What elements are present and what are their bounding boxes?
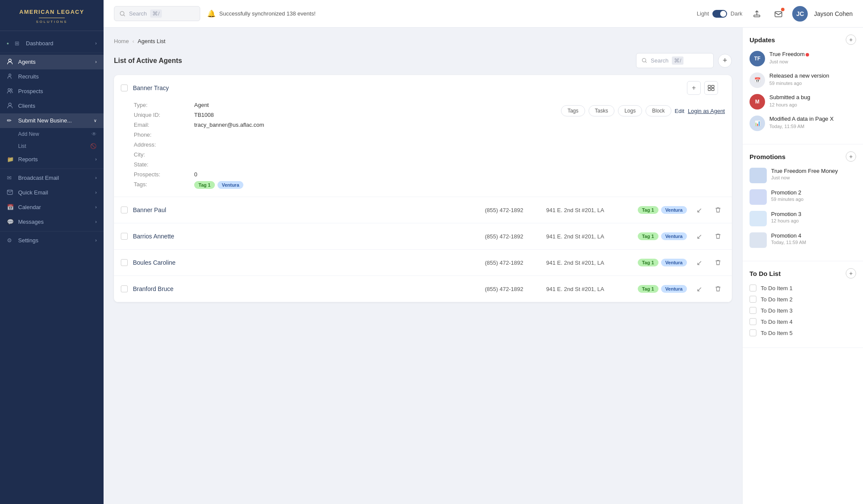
agent-row-collapsed[interactable]: Branford Bruce (855) 472-1892 941 E. 2nd… xyxy=(114,276,732,302)
sidebar-item-prospects[interactable]: Prospects xyxy=(0,84,104,99)
mail-button[interactable] xyxy=(771,6,786,22)
reply-icon[interactable]: ↙ xyxy=(692,229,706,243)
breadcrumb: Home ‹ Agents List xyxy=(114,38,732,44)
sync-message: Successfully synchronized 138 events! xyxy=(219,10,315,17)
todo-label: To Do Item 3 xyxy=(761,307,793,314)
todo-checkbox[interactable] xyxy=(750,296,756,303)
update-time: Just now xyxy=(769,59,856,64)
todo-checkbox[interactable] xyxy=(750,329,756,336)
add-agent-button[interactable]: + xyxy=(718,54,732,68)
updates-add-button[interactable]: + xyxy=(846,34,856,45)
sidebar-label-submit: Submit New Busine... xyxy=(18,117,72,124)
breadcrumb-home[interactable]: Home xyxy=(114,38,129,44)
svg-point-3 xyxy=(10,89,12,91)
settings-icon: ⚙ xyxy=(7,237,14,244)
todo-checkbox[interactable] xyxy=(750,307,756,314)
tasks-button[interactable]: Tasks xyxy=(589,105,615,116)
tag-pill-tag2: Ventura xyxy=(661,206,687,214)
block-button[interactable]: Block xyxy=(646,105,671,116)
update-avatar: 📅 xyxy=(750,72,765,88)
sidebar-subitem-list[interactable]: List 🚫 xyxy=(18,140,104,152)
sidebar-item-clients[interactable]: Clients xyxy=(0,99,104,113)
svg-rect-10 xyxy=(708,85,711,88)
delete-icon[interactable] xyxy=(711,282,725,296)
agent-row-collapsed[interactable]: Barrios Annette (855) 472-1892 941 E. 2n… xyxy=(114,223,732,249)
delete-icon[interactable] xyxy=(711,256,725,269)
promo-thumb xyxy=(750,189,767,205)
sidebar-item-messages[interactable]: 💬 Messages › xyxy=(0,215,104,229)
reply-icon[interactable]: ↙ xyxy=(692,203,706,217)
update-item[interactable]: 📊 Modified A data in Page X Today, 11:59… xyxy=(750,116,856,131)
delete-icon[interactable] xyxy=(711,203,725,217)
reply-icon[interactable]: ↙ xyxy=(692,282,706,296)
agent-row-collapsed[interactable]: Banner Paul (855) 472-1892 941 E. 2nd St… xyxy=(114,197,732,223)
recruits-icon xyxy=(7,73,14,80)
todo-item: To Do Item 2 xyxy=(750,296,856,303)
agents-search[interactable]: Search ⌘/ xyxy=(636,53,714,68)
prospects-icon xyxy=(7,88,14,95)
promo-content: Promotion 4 Today, 11:59 AM xyxy=(771,232,856,245)
promo-time: 59 minutes ago xyxy=(771,197,856,202)
promotions-add-button[interactable]: + xyxy=(846,151,856,162)
agent-address: 941 E. 2nd St #201, LA xyxy=(546,260,633,266)
update-item[interactable]: 📅 Released a new version 59 minutes ago xyxy=(750,72,856,88)
sidebar-item-broadcast-email[interactable]: ✉ Broadcast Email › xyxy=(0,171,104,185)
submit-submenu: Add New 👁 List 🚫 xyxy=(0,128,104,152)
chevron-broadcast: › xyxy=(95,175,97,180)
promo-item[interactable]: True Freedom Free Money Just now xyxy=(750,168,856,183)
sidebar-item-recruits[interactable]: Recruits xyxy=(0,69,104,84)
tags-button[interactable]: Tags xyxy=(561,105,585,116)
user-avatar[interactable]: JC xyxy=(792,6,808,22)
promo-item[interactable]: Promotion 4 Today, 11:59 AM xyxy=(750,232,856,248)
edit-button[interactable]: Edit xyxy=(675,108,684,114)
sidebar-label-quick-email: Quick Email xyxy=(18,189,48,196)
agent-details-grid: Type: Agent Unique ID: TB1008 Email: tra… xyxy=(134,101,264,190)
sidebar-item-settings[interactable]: ⚙ Settings › xyxy=(0,233,104,248)
promotions-list: True Freedom Free Money Just now Promoti… xyxy=(750,168,856,248)
uid-label: Unique ID: xyxy=(134,111,194,119)
upload-button[interactable] xyxy=(749,6,765,22)
todo-checkbox[interactable] xyxy=(750,318,756,325)
sidebar-item-reports[interactable]: 📁 Reports › xyxy=(0,152,104,167)
agent-checkbox[interactable] xyxy=(121,233,128,240)
delete-icon[interactable] xyxy=(711,229,725,243)
sidebar-subitem-add-new[interactable]: Add New 👁 xyxy=(18,128,104,140)
sidebar-sublabel-list: List xyxy=(18,143,26,149)
sidebar-item-submit-new-business[interactable]: ✏ Submit New Busine... ∨ xyxy=(0,113,104,128)
agent-checkbox[interactable] xyxy=(121,85,128,91)
update-time: Today, 11:59 AM xyxy=(769,124,856,129)
promo-item[interactable]: Promotion 3 12 hours ago xyxy=(750,211,856,226)
promo-thumb xyxy=(750,211,767,226)
logs-button[interactable]: Logs xyxy=(618,105,642,116)
login-as-agent-button[interactable]: Login as Agent xyxy=(688,108,725,114)
sidebar-label-agents: Agents xyxy=(18,59,35,65)
sidebar-item-agents[interactable]: Agents › xyxy=(0,55,104,69)
add-record-button[interactable]: + xyxy=(687,81,701,95)
global-search[interactable]: Search ⌘/ xyxy=(114,6,200,21)
agent-checkbox[interactable] xyxy=(121,207,128,213)
view-button[interactable] xyxy=(704,81,718,95)
sidebar-label-dashboard: Dashboard xyxy=(26,40,54,47)
promotions-section: Promotions + True Freedom Free Money Jus… xyxy=(743,144,863,261)
todo-add-button[interactable]: + xyxy=(846,268,856,279)
sidebar-item-quick-email[interactable]: Quick Email › xyxy=(0,185,104,200)
sidebar-item-dashboard[interactable]: ⊞ Dashboard › xyxy=(0,36,104,51)
agent-tags: Tag 1 Ventura xyxy=(638,285,687,293)
agent-actions: Tags Tasks Logs Block Edit Login as Agen… xyxy=(561,105,725,116)
update-item[interactable]: TF True Freedom Just now xyxy=(750,51,856,66)
email-value: tracy_banner@us.aflac.com xyxy=(194,121,264,129)
todo-checkbox[interactable] xyxy=(750,285,756,291)
reply-icon[interactable]: ↙ xyxy=(692,256,706,269)
agent-row-collapsed[interactable]: Boules Caroline (855) 472-1892 941 E. 2n… xyxy=(114,250,732,275)
type-label: Type: xyxy=(134,101,194,109)
agent-row-main-banner-tracy[interactable]: Banner Tracy + xyxy=(114,75,732,101)
theme-toggle[interactable]: Light Dark xyxy=(697,10,743,18)
agents-icon xyxy=(7,59,14,66)
toggle-track[interactable] xyxy=(712,10,727,18)
search-icon xyxy=(120,11,126,17)
agent-checkbox[interactable] xyxy=(121,285,128,292)
agent-checkbox[interactable] xyxy=(121,259,128,266)
promo-item[interactable]: Promotion 2 59 minutes ago xyxy=(750,189,856,205)
update-item[interactable]: M Submitted a bug 12 hours ago xyxy=(750,94,856,110)
sidebar-item-calendar[interactable]: 📅 Calendar › xyxy=(0,200,104,215)
